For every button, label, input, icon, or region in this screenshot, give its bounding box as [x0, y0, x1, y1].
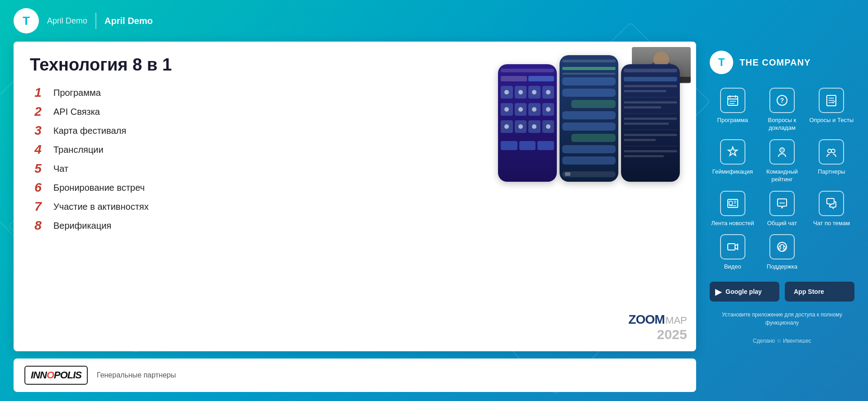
google-play-button[interactable]: ▶ Google play [710, 282, 779, 302]
watermark-zoom: ZOOM [628, 312, 664, 327]
gamification-icon [720, 139, 745, 165]
header-divider [95, 13, 96, 29]
team-rating-label: Командный рейтинг [759, 168, 805, 184]
icon-grid: Программа ? Вопросы к докладам [710, 88, 854, 271]
feature-text-3: Карта фестиваля [53, 126, 126, 136]
phone-mockup-1 [498, 64, 557, 182]
svg-rect-24 [728, 244, 735, 250]
main-layout: Yuriy Gorbak Технология 8 в 1 1 Программ… [0, 42, 868, 401]
svg-point-21 [779, 202, 781, 203]
news-label: Лента новостей [711, 220, 754, 227]
phones-area [498, 55, 680, 186]
surveys-label: Опросы и Тесты [809, 117, 854, 124]
presentation-slide: Yuriy Gorbak Технология 8 в 1 1 Программ… [14, 42, 696, 351]
feature-item-3: 3 Карта фестиваля [30, 123, 489, 138]
schedule-icon [720, 88, 745, 113]
feature-number-4: 4 [30, 142, 46, 157]
svg-point-14 [831, 149, 835, 153]
support-label: Поддержка [767, 263, 797, 271]
feature-text-8: Верификация [53, 221, 111, 231]
partners-icon [819, 139, 844, 165]
feature-item-6: 6 Бронирование встреч [30, 180, 489, 195]
innopolis-logo: INNOPOLIS [24, 366, 88, 385]
feature-item-4: 4 Трансляции [30, 142, 489, 157]
feature-text-4: Трансляции [53, 145, 104, 155]
watermark-year: 2025 [657, 327, 687, 342]
phone-mockup-3 [621, 64, 680, 182]
watermark-map: MAP [665, 315, 687, 326]
nav-item-general-chat[interactable]: Общий чат [759, 191, 805, 227]
company-logo-circle: T [710, 51, 733, 74]
logo-letter: T [23, 14, 30, 28]
feature-number-5: 5 [30, 161, 46, 176]
video-label: Видео [724, 263, 741, 271]
install-text: Установите приложение для доступа к полн… [710, 311, 854, 327]
topic-chat-label: Чат по темам [813, 220, 850, 227]
partner-bar: INNOPOLIS Генеральные партнеры [14, 359, 696, 392]
company-letter: T [718, 56, 725, 69]
team-rating-icon [769, 139, 795, 165]
made-by: Сделано ☆ Ивентишес [710, 338, 854, 344]
feature-number-2: 2 [30, 104, 46, 119]
questions-icon: ? [769, 88, 795, 113]
feature-item-2: 2 API Связка [30, 104, 489, 119]
general-chat-icon [769, 191, 795, 216]
slide-content-left: Технология 8 в 1 1 Программа 2 API Связк… [30, 55, 489, 233]
svg-text:?: ? [780, 97, 784, 104]
support-icon [769, 234, 795, 259]
svg-point-13 [828, 149, 831, 153]
nav-item-partners[interactable]: Партнеры [809, 139, 854, 184]
feature-item-7: 7 Участие в активностях [30, 199, 489, 214]
slide-title: Технология 8 в 1 [30, 55, 489, 75]
feature-number-1: 1 [30, 85, 46, 100]
event-name-bold: April Demo [104, 16, 153, 26]
feature-item-1: 1 Программа [30, 85, 489, 100]
phone-screen-3 [621, 64, 680, 182]
feature-text-1: Программа [53, 88, 101, 98]
header: T April Demo April Demo [0, 0, 868, 42]
phone-mockup-2 [560, 55, 618, 182]
slide-watermark: ZOOM MAP 2025 [628, 312, 687, 342]
nav-item-video[interactable]: Видео [710, 234, 755, 271]
nav-item-team-rating[interactable]: Командный рейтинг [759, 139, 805, 184]
feature-text-6: Бронирование встреч [53, 183, 145, 193]
right-sidebar: T THE COMPANY Программа [710, 42, 854, 392]
partner-label: Генеральные партнеры [97, 371, 176, 379]
feature-number-6: 6 [30, 180, 46, 195]
feature-text-7: Участие в активностях [53, 202, 149, 212]
video-icon [720, 234, 745, 259]
store-buttons: ▶ Google play App Store [710, 282, 854, 302]
google-play-label: Google play [726, 288, 762, 295]
svg-point-23 [783, 202, 784, 203]
nav-item-questions[interactable]: ? Вопросы к докладам [759, 88, 805, 132]
schedule-label: Программа [717, 117, 748, 124]
svg-point-22 [781, 202, 783, 203]
feature-text-5: Чат [53, 164, 68, 174]
feature-number-7: 7 [30, 199, 46, 214]
surveys-icon [819, 88, 844, 113]
nav-item-surveys[interactable]: Опросы и Тесты [809, 88, 854, 132]
phone-screen-2 [560, 55, 618, 182]
phone-screen-1 [498, 64, 557, 182]
nav-item-news[interactable]: Лента новостей [710, 191, 755, 227]
nav-item-gamification[interactable]: Геймификация [710, 139, 755, 184]
company-header: T THE COMPANY [710, 46, 854, 79]
news-icon [720, 191, 745, 216]
general-chat-label: Общий чат [767, 220, 797, 227]
app-store-label: App Store [794, 288, 824, 295]
google-play-icon: ▶ [715, 286, 722, 297]
questions-label: Вопросы к докладам [759, 117, 805, 132]
feature-number-8: 8 [30, 218, 46, 233]
nav-item-support[interactable]: Поддержка [759, 234, 805, 271]
company-name: THE COMPANY [740, 57, 811, 68]
feature-number-3: 3 [30, 123, 46, 138]
feature-list: 1 Программа 2 API Связка 3 Карта фестива… [30, 85, 489, 233]
nav-item-topic-chat[interactable]: Чат по темам [809, 191, 854, 227]
event-name-light: April Demo [47, 16, 87, 26]
topic-chat-icon [819, 191, 844, 216]
gamification-label: Геймификация [712, 168, 753, 176]
nav-item-schedule[interactable]: Программа [710, 88, 755, 132]
app-store-button[interactable]: App Store [785, 282, 854, 302]
logo-circle: T [14, 8, 39, 33]
svg-rect-0 [728, 96, 738, 105]
